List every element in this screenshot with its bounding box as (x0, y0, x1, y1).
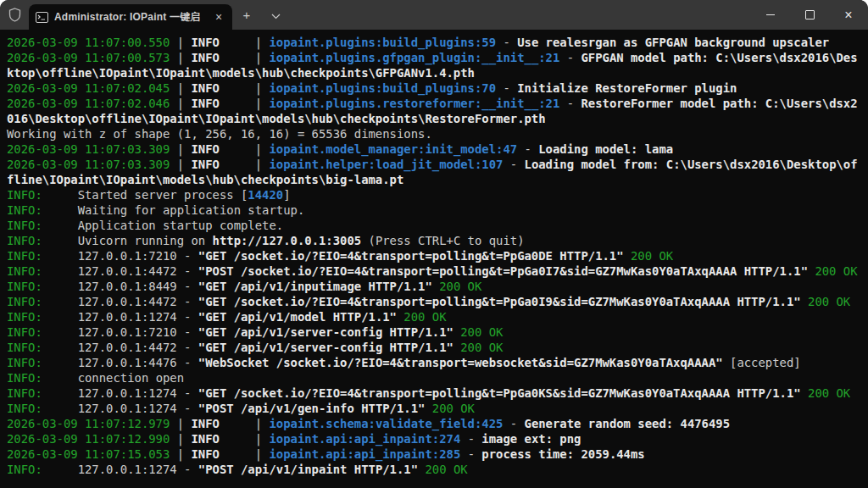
tab-title: Administrator: IOPaint 一键启 (54, 10, 206, 25)
terminal-line: INFO: 127.0.0.1:1274 - "GET /socket.io/?… (7, 385, 861, 401)
terminal-line: 2026-03-09 11:07:00.550 | INFO | iopaint… (7, 35, 861, 50)
terminal-text-segment: INFO: (7, 249, 42, 263)
terminal-line: fline\IOpaint\IOpaint\models\hub\checkpo… (7, 172, 861, 187)
minimize-button[interactable] (751, 0, 790, 30)
terminal-text-segment: "GET /api/v1/server-config HTTP/1.1" (198, 341, 453, 354)
close-icon: × (844, 8, 852, 22)
terminal-line: INFO: Started server process [14420] (7, 187, 861, 202)
terminal-text-segment: 127.0.0.1:7210 - (42, 249, 198, 263)
terminal-text-segment: INFO (191, 417, 248, 430)
terminal-line: ktop\offline\IOpaint\IOpaint\models\hub\… (7, 65, 861, 80)
terminal-text-segment: http://127.0.0.1:3005 (213, 234, 362, 247)
terminal-line: INFO: 127.0.0.1:1274 - "POST /api/v1/gen… (7, 401, 861, 416)
terminal-line: INFO: 127.0.0.1:1274 - "POST /api/v1/inp… (7, 462, 861, 477)
terminal-text-segment: "POST /socket.io/?EIO=4&transport=pollin… (198, 264, 808, 278)
terminal-text-segment: INFO: (7, 402, 42, 415)
terminal-line: 2026-03-09 11:07:02.046 | INFO | iopaint… (7, 96, 861, 111)
terminal-text-segment: Waiting for application startup. (42, 203, 304, 217)
chevron-down-icon (271, 8, 281, 22)
terminal-line: Working with z of shape (1, 256, 16, 16)… (7, 126, 861, 141)
terminal-text-segment: 127.0.0.1:4472 - (42, 341, 198, 354)
terminal-text-segment: Uvicorn running on (42, 234, 213, 247)
terminal-text-segment: 2026-03-09 11:07:00.573 (7, 51, 170, 64)
terminal-text-segment: iopaint.api:api_inpaint:285 (269, 447, 460, 461)
terminal-text-segment: INFO: (7, 219, 42, 232)
terminal-text-segment: 200 OK (453, 325, 504, 339)
terminal-text-segment: | (248, 417, 269, 430)
terminal-text-segment: 127.0.0.1:4472 - (42, 264, 198, 278)
close-button[interactable]: × (829, 0, 868, 30)
terminal-text-segment: 200 OK (624, 249, 674, 263)
terminal-text-segment: INFO (191, 447, 248, 461)
terminal-output[interactable]: 2026-03-09 11:07:00.550 | INFO | iopaint… (0, 30, 868, 488)
new-tab-button[interactable]: + (232, 0, 261, 30)
terminal-line: 2026-03-09 11:07:00.573 | INFO | iopaint… (7, 50, 861, 65)
terminal-text-segment: Loading model from: C:\Users\dsx2016\Des… (525, 158, 858, 171)
terminal-text-segment: 14420 (248, 188, 283, 202)
terminal-text-segment: Application startup complete. (42, 219, 283, 232)
terminal-line: 2026-03-09 11:07:15.053 | INFO | iopaint… (7, 446, 861, 462)
terminal-text-segment: INFO: (7, 386, 42, 400)
terminal-text-segment: | (248, 142, 269, 156)
terminal-text-segment: 2026-03-09 11:07:03.309 (7, 158, 170, 171)
terminal-text-segment: INFO: (7, 264, 42, 278)
terminal-text-segment: 127.0.0.1:8449 - (42, 280, 198, 293)
titlebar: Administrator: IOPaint 一键启 × + × (0, 0, 868, 30)
terminal-text-segment: Started server process [ (42, 188, 248, 202)
terminal-text-segment: INFO: (7, 234, 42, 247)
terminal-text-segment: iopaint.model_manager:init_model:47 (269, 142, 517, 156)
terminal-text-segment: | (170, 417, 191, 430)
admin-shield-icon (0, 0, 29, 30)
terminal-text-segment: Generate random seed: 4476495 (525, 417, 731, 430)
terminal-line: 2026-03-09 11:07:02.045 | INFO | iopaint… (7, 80, 861, 96)
tab-dropdown-button[interactable] (261, 0, 290, 30)
terminal-text-segment: iopaint.schema:validate_field:425 (269, 417, 503, 430)
terminal-text-segment: | (170, 447, 191, 461)
terminal-text-segment: iopaint.plugins.restoreformer:__init__:2… (269, 97, 559, 110)
maximize-button[interactable] (790, 0, 829, 30)
terminal-text-segment: 127.0.0.1:1274 - (42, 402, 198, 415)
terminal-text-segment: fline\IOpaint\IOpaint\models\hub\checkpo… (7, 173, 403, 186)
minimize-icon (766, 14, 775, 15)
terminal-text-segment: 200 OK (808, 264, 858, 278)
terminal-line: INFO: 127.0.0.1:7210 - "GET /api/v1/serv… (7, 324, 861, 340)
terminal-line: INFO: connection open (7, 370, 861, 385)
terminal-text-segment: "GET /api/v1/model HTTP/1.1" (198, 310, 397, 324)
terminal-text-segment: "WebSocket /socket.io/?EIO=4&transport=w… (198, 356, 723, 369)
terminal-text-segment: - (496, 81, 517, 95)
terminal-text-segment: INFO: (7, 371, 42, 385)
terminal-text-segment: "POST /api/v1/inpaint HTTP/1.1" (198, 463, 418, 476)
terminal-text-segment: - (460, 447, 481, 461)
titlebar-drag-area[interactable] (290, 0, 751, 30)
terminal-text-segment: 127.0.0.1:1274 - (42, 310, 198, 324)
terminal-line: INFO: 127.0.0.1:4472 - "POST /socket.io/… (7, 263, 861, 279)
terminal-text-segment: Initialize RestoreFormer plugin (517, 81, 737, 95)
terminal-text-segment: INFO (191, 97, 248, 110)
terminal-text-segment: - (559, 51, 581, 64)
terminal-line: INFO: 127.0.0.1:4472 - "GET /socket.io/?… (7, 294, 861, 309)
terminal-text-segment: | (170, 51, 191, 64)
terminal-text-segment: INFO (191, 51, 248, 64)
terminal-text-segment: "GET /socket.io/?EIO=4&transport=polling… (198, 249, 624, 263)
terminal-text-segment: 200 OK (397, 310, 447, 324)
terminal-text-segment: process time: 2059.44ms (481, 447, 644, 461)
terminal-text-segment: | (170, 36, 191, 49)
terminal-text-segment: ] (283, 188, 290, 202)
terminal-text-segment: | (248, 36, 269, 49)
terminal-text-segment: | (248, 158, 269, 171)
terminal-text-segment: | (248, 432, 269, 446)
tab-active[interactable]: Administrator: IOPaint 一键启 × (29, 4, 232, 30)
terminal-text-segment: - (496, 36, 517, 49)
terminal-text-segment: "GET /socket.io/?EIO=4&transport=polling… (198, 295, 801, 308)
terminal-text-segment: 2026-03-09 11:07:02.046 (7, 97, 170, 110)
terminal-text-segment: 2026-03-09 11:07:12.979 (7, 417, 170, 430)
terminal-text-segment: INFO (191, 158, 248, 171)
terminal-text-segment: | (170, 142, 191, 156)
terminal-text-segment: | (170, 81, 191, 95)
terminal-text-segment: 016\Desktop\offline\IOpaint\IOpaint\mode… (7, 112, 546, 125)
terminal-text-segment: - (460, 432, 481, 446)
terminal-text-segment: INFO: (7, 356, 42, 369)
terminal-text-segment: INFO: (7, 310, 42, 324)
tab-close-icon[interactable]: × (212, 10, 225, 24)
terminal-text-segment: 200 OK (801, 386, 851, 400)
